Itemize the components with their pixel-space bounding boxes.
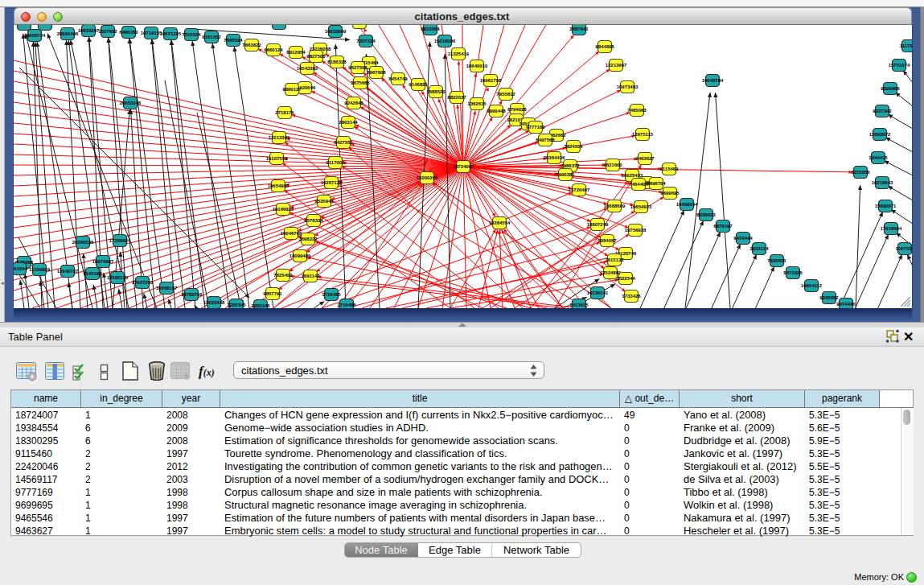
svg-text:6497568: 6497568 <box>536 138 555 142</box>
svg-text:7986372: 7986372 <box>561 163 580 168</box>
svg-text:1588520: 1588520 <box>426 89 446 94</box>
svg-text:9227342: 9227342 <box>873 109 892 113</box>
svg-text:2718176: 2718176 <box>275 110 294 115</box>
svg-text:16033809: 16033809 <box>325 29 347 34</box>
svg-text:7485063: 7485063 <box>627 108 647 113</box>
svg-text:16210643: 16210643 <box>872 180 893 185</box>
svg-text:7955812: 7955812 <box>496 92 515 97</box>
svg-text:6466160: 6466160 <box>119 30 138 35</box>
svg-text:16961758: 16961758 <box>480 78 502 83</box>
svg-text:2687641: 2687641 <box>569 27 589 31</box>
svg-text:1733426: 1733426 <box>622 294 641 299</box>
svg-text:9329966: 9329966 <box>881 86 900 91</box>
svg-text:19756928: 19756928 <box>625 228 647 233</box>
svg-text:2522544: 2522544 <box>616 276 635 281</box>
svg-text:12942737: 12942737 <box>57 269 79 274</box>
svg-text:7990381: 7990381 <box>556 172 575 177</box>
svg-text:391544: 391544 <box>14 266 28 271</box>
svg-text:12975115: 12975115 <box>632 132 654 137</box>
svg-text:7515524: 7515524 <box>182 32 201 37</box>
svg-text:9535944: 9535944 <box>314 199 334 204</box>
svg-text:9844808: 9844808 <box>595 44 614 49</box>
svg-text:12213369: 12213369 <box>269 135 290 140</box>
svg-text:9084067: 9084067 <box>598 238 617 243</box>
svg-text:1117234: 1117234 <box>900 43 912 48</box>
svg-text:17957253: 17957253 <box>132 280 154 285</box>
svg-text:9857791: 9857791 <box>263 291 282 296</box>
svg-text:1615132: 1615132 <box>605 257 624 262</box>
svg-text:6879197: 6879197 <box>713 224 733 229</box>
svg-text:16267130: 16267130 <box>321 180 343 185</box>
svg-text:2803144: 2803144 <box>339 120 358 125</box>
svg-text:26206536: 26206536 <box>72 240 94 245</box>
svg-text:9474444: 9474444 <box>733 236 753 241</box>
svg-text:16640910: 16640910 <box>466 64 488 68</box>
svg-text:9117006: 9117006 <box>326 160 345 165</box>
svg-text:1413615: 1413615 <box>569 303 589 307</box>
svg-text:2967608: 2967608 <box>367 70 386 75</box>
svg-text:9474445: 9474445 <box>836 302 856 307</box>
svg-text:7632621: 7632621 <box>767 258 786 263</box>
svg-text:15692971: 15692971 <box>875 204 897 208</box>
svg-text:8215956: 8215956 <box>851 170 870 175</box>
svg-text:8938923: 8938923 <box>696 212 716 217</box>
svg-text:3675685: 3675685 <box>351 80 370 85</box>
svg-text:20691406: 20691406 <box>57 31 79 36</box>
svg-text:12213967: 12213967 <box>606 63 627 68</box>
svg-text:8427552: 8427552 <box>334 140 353 145</box>
svg-text:19166825: 19166825 <box>273 207 294 212</box>
svg-text:17359924: 17359924 <box>109 238 131 243</box>
svg-text:7464404: 7464404 <box>629 182 648 187</box>
svg-text:18724007: 18724007 <box>453 164 474 169</box>
svg-text:16543382: 16543382 <box>297 66 318 71</box>
svg-text:10025433: 10025433 <box>622 173 643 178</box>
svg-text:8186328: 8186328 <box>327 60 347 64</box>
svg-text:10688609: 10688609 <box>604 204 626 208</box>
svg-text:24055724: 24055724 <box>24 33 46 38</box>
svg-text:8822037: 8822037 <box>447 95 466 100</box>
svg-text:1716486: 1716486 <box>337 303 356 307</box>
svg-text:3824554: 3824554 <box>564 144 583 149</box>
svg-text:9242848: 9242848 <box>344 101 363 105</box>
svg-text:16671355: 16671355 <box>160 31 182 36</box>
svg-text:1691144: 1691144 <box>301 274 320 278</box>
svg-text:16409544: 16409544 <box>676 202 698 207</box>
svg-text:15751074: 15751074 <box>889 63 910 68</box>
svg-text:19654985: 19654985 <box>268 183 290 188</box>
svg-text:2933114: 2933114 <box>749 246 769 251</box>
svg-text:9621600: 9621600 <box>603 163 622 167</box>
svg-text:19218506: 19218506 <box>434 39 456 43</box>
svg-text:1527602: 1527602 <box>98 29 117 34</box>
svg-text:1202345: 1202345 <box>227 303 246 307</box>
svg-text:16046788: 16046788 <box>281 231 302 236</box>
svg-text:10654112: 10654112 <box>801 283 823 288</box>
svg-text:8471626: 8471626 <box>783 270 803 275</box>
svg-text:8454749: 8454749 <box>388 76 408 81</box>
svg-text:7357224: 7357224 <box>356 39 376 43</box>
svg-text:1362615: 1362615 <box>467 101 487 106</box>
svg-text:6794028: 6794028 <box>507 107 527 112</box>
svg-text:1716485: 1716485 <box>322 292 341 297</box>
svg-text:9660124: 9660124 <box>264 47 283 52</box>
svg-text:18807249: 18807249 <box>587 222 609 227</box>
svg-text:17016504: 17016504 <box>881 226 902 231</box>
svg-text:16648784: 16648784 <box>702 78 724 83</box>
svg-text:1244415: 1244415 <box>869 155 888 160</box>
svg-text:8813054: 8813054 <box>421 27 440 31</box>
svg-text:9777169: 9777169 <box>526 125 545 130</box>
svg-text:12505135: 12505135 <box>107 275 129 280</box>
svg-text:12023448: 12023448 <box>203 300 225 305</box>
svg-text:7625402: 7625402 <box>273 273 293 278</box>
svg-text:8912954: 8912954 <box>286 50 306 55</box>
svg-text:8990448: 8990448 <box>487 109 506 113</box>
svg-text:15720407: 15720407 <box>569 187 590 192</box>
svg-text:8578334: 8578334 <box>304 218 323 223</box>
svg-text:9115460: 9115460 <box>659 167 679 171</box>
svg-text:7565524: 7565524 <box>224 38 243 43</box>
svg-text:9890127: 9890127 <box>282 87 302 92</box>
svg-text:11156829: 11156829 <box>29 267 51 272</box>
svg-text:9151552: 9151552 <box>202 35 221 39</box>
svg-text:3698222: 3698222 <box>298 237 318 241</box>
svg-text:9699695: 9699695 <box>660 191 680 196</box>
svg-text:11325419: 11325419 <box>448 51 470 56</box>
